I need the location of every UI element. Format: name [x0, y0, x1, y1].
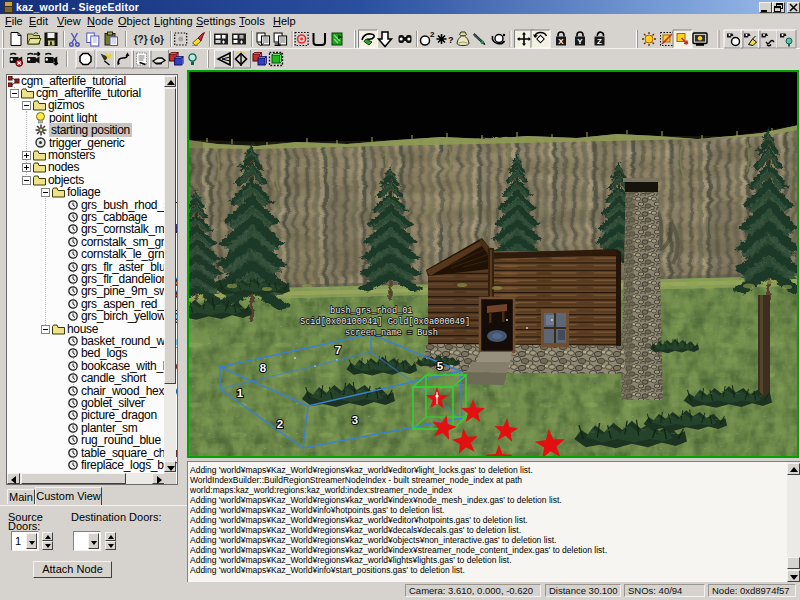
- svg-text:1: 1: [237, 387, 244, 399]
- svg-text:2: 2: [277, 418, 283, 430]
- svg-text:{?}: {?}: [134, 34, 148, 45]
- svg-text:screen_name = Bush: screen_name = Bush: [345, 328, 438, 338]
- svg-text:bush_grs_rhod_01: bush_grs_rhod_01: [330, 306, 413, 316]
- svg-text:Y: Y: [577, 37, 583, 46]
- svg-text:Scid[0x00100041] Gold[0x0a0000: Scid[0x00100041] Gold[0x0a000049]: [300, 317, 470, 327]
- svg-text:{ο}: {ο}: [150, 34, 164, 45]
- svg-text:?: ?: [448, 35, 454, 45]
- svg-text:5: 5: [437, 360, 444, 372]
- svg-text:2: 2: [430, 30, 435, 39]
- svg-text:X: X: [558, 37, 564, 46]
- svg-text:Z: Z: [597, 37, 602, 46]
- svg-text:7: 7: [335, 344, 341, 356]
- svg-text:3: 3: [352, 414, 358, 426]
- svg-text:8: 8: [260, 362, 267, 374]
